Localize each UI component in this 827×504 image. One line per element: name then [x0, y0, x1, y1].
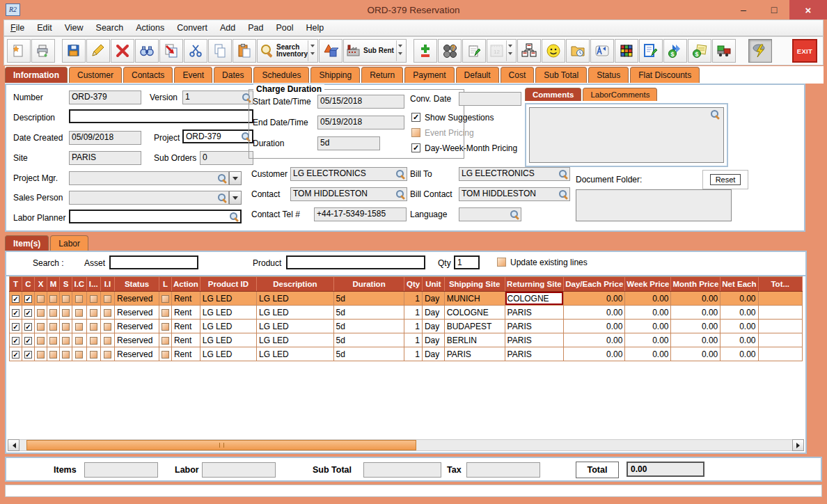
cell-ii[interactable] — [100, 320, 114, 333]
row-checkbox-c[interactable] — [24, 351, 32, 359]
row-checkbox-m[interactable] — [49, 309, 57, 317]
cell-duration[interactable]: 5d — [333, 347, 404, 361]
cell-description[interactable]: LG LED — [257, 347, 334, 361]
cell-duration[interactable]: 5d — [333, 306, 404, 320]
row-checkbox-s[interactable] — [62, 337, 70, 345]
column-header-i-i[interactable]: I.I — [100, 277, 114, 292]
table-row[interactable]: ReservedRentLG LEDLG LED5d1DayMUNICHCOLO… — [10, 292, 803, 306]
cell-tot[interactable] — [758, 347, 802, 361]
cell-status[interactable]: Reserved — [115, 347, 159, 361]
number-field[interactable]: ORD-379 — [69, 90, 141, 104]
row-checkbox-x[interactable] — [37, 337, 45, 345]
row-checkbox-ii[interactable] — [104, 351, 111, 359]
column-header-t[interactable]: T — [10, 277, 22, 292]
cell-description[interactable]: LG LED — [257, 320, 334, 333]
row-checkbox-m[interactable] — [49, 351, 57, 359]
cell-status[interactable]: Reserved — [115, 333, 159, 347]
description-field[interactable] — [69, 109, 253, 123]
tab-event[interactable]: Event — [174, 67, 212, 83]
save-button[interactable] — [62, 39, 86, 63]
column-header-net-each[interactable]: Net Each — [720, 277, 758, 292]
contact-search-icon[interactable] — [395, 189, 405, 199]
cell-unit[interactable]: Day — [422, 333, 444, 347]
tab-default[interactable]: Default — [456, 67, 499, 83]
tab-customer[interactable]: Customer — [69, 67, 122, 83]
cell-ii[interactable] — [100, 292, 114, 306]
cell-unit[interactable]: Day — [422, 347, 444, 361]
new-document-button[interactable] — [7, 39, 31, 63]
column-header-qty[interactable]: Qty — [404, 277, 423, 292]
contact-field[interactable]: TOM HIDDLESTON — [290, 187, 407, 201]
smiley-button[interactable] — [542, 39, 565, 63]
row-checkbox-i2[interactable] — [90, 337, 97, 345]
tab-schedules[interactable]: Schedules — [253, 67, 309, 83]
currency-transfer-button[interactable]: $ — [663, 39, 687, 63]
scroll-left-button[interactable] — [8, 439, 19, 451]
cell-status[interactable]: Reserved — [115, 306, 159, 320]
customer-search-icon[interactable] — [395, 169, 405, 179]
menu-item-help[interactable]: Help — [300, 23, 331, 33]
cell-ic[interactable] — [72, 333, 87, 347]
cell-m[interactable] — [47, 306, 60, 320]
cell-tot[interactable] — [758, 320, 802, 333]
calendar-button[interactable]: 12 — [487, 39, 517, 63]
cell-t[interactable] — [10, 347, 22, 361]
find-button[interactable] — [135, 39, 159, 63]
asset-search-field[interactable] — [109, 255, 198, 269]
column-header-duration[interactable]: Duration — [333, 277, 404, 292]
row-checkbox-s[interactable] — [62, 351, 70, 359]
quote-lightning-button[interactable] — [748, 39, 772, 63]
cell-t[interactable] — [10, 306, 22, 320]
cell-duration[interactable]: 5d — [333, 333, 404, 347]
bill-to-field[interactable]: LG ELECTRONICS — [459, 167, 570, 181]
bill-to-search-icon[interactable] — [558, 169, 568, 179]
cell-s[interactable] — [60, 292, 72, 306]
comments-textarea[interactable] — [529, 107, 724, 163]
project-field[interactable]: ORD-379 — [182, 129, 253, 143]
column-header-unit[interactable]: Unit — [422, 277, 444, 292]
cell-l[interactable] — [159, 333, 171, 347]
row-checkbox-x[interactable] — [37, 295, 45, 303]
row-checkbox-ii[interactable] — [104, 295, 111, 303]
tab-cost[interactable]: Cost — [501, 67, 535, 83]
print-button[interactable] — [31, 39, 55, 63]
exit-button[interactable]: EXIT — [792, 39, 817, 63]
update-existing-checkbox[interactable] — [497, 258, 506, 267]
row-checkbox-t[interactable] — [12, 337, 19, 345]
cell-net-each[interactable]: 0.00 — [720, 306, 758, 320]
reset-button[interactable]: Reset — [710, 174, 741, 185]
cell-product-id[interactable]: LG LED — [200, 320, 256, 333]
table-row[interactable]: ReservedRentLG LEDLG LED5d1DayPARISPARIS… — [10, 347, 803, 361]
column-header-i[interactable]: I... — [86, 277, 100, 292]
cell-qty[interactable]: 1 — [404, 347, 423, 361]
row-checkbox-t[interactable] — [12, 295, 19, 303]
cell-c[interactable] — [22, 306, 35, 320]
cell-c[interactable] — [22, 333, 35, 347]
tab-laborcomments[interactable]: LaborComments — [583, 88, 657, 101]
cell-l[interactable] — [159, 306, 171, 320]
sub-rent-button[interactable]: Sub Rent — [343, 39, 407, 63]
column-header-l[interactable]: L — [159, 277, 171, 292]
cell-t[interactable] — [10, 292, 22, 306]
row-checkbox-s[interactable] — [62, 323, 70, 331]
column-header-action[interactable]: Action — [171, 277, 200, 292]
row-checkbox-ic[interactable] — [75, 309, 83, 317]
document-folder-box[interactable] — [576, 189, 732, 221]
cell-x[interactable] — [35, 306, 47, 320]
cell-l[interactable] — [159, 320, 171, 333]
cell-shipping-site[interactable]: MUNICH — [444, 292, 505, 306]
cell-returning-site[interactable]: PARIS — [505, 347, 564, 361]
column-header-status[interactable]: Status — [115, 277, 159, 292]
cell-s[interactable] — [60, 320, 72, 333]
row-checkbox-c[interactable] — [24, 323, 32, 331]
tab-contacts[interactable]: Contacts — [123, 67, 173, 83]
cell-product-id[interactable]: LG LED — [200, 292, 256, 306]
cell-action[interactable]: Rent — [171, 347, 200, 361]
column-header-returning-site[interactable]: Returning Site — [505, 277, 564, 292]
cell-day-each-price[interactable]: 0.00 — [564, 333, 625, 347]
cell-i2[interactable] — [86, 320, 100, 333]
row-checkbox-ii[interactable] — [104, 323, 111, 331]
pool-button[interactable]: ? — [438, 39, 462, 63]
menu-item-pad[interactable]: Pad — [242, 23, 269, 33]
cell-net-each[interactable]: 0.00 — [720, 292, 758, 306]
